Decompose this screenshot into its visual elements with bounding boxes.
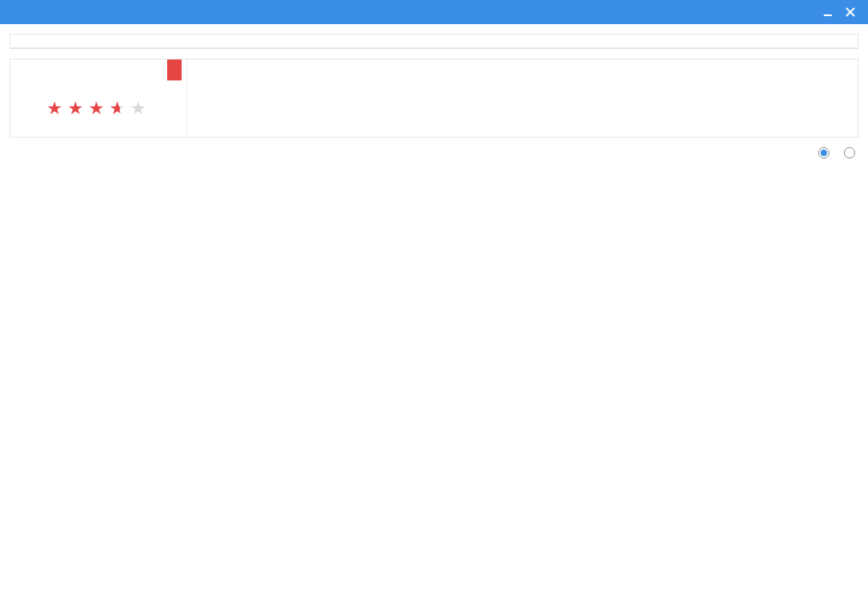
summary-panel: ★★★★★★ [10, 59, 858, 138]
info-grid [187, 60, 858, 124]
report-panel [10, 34, 858, 49]
star-icon: ★ [88, 98, 109, 118]
col-result [718, 35, 858, 48]
show-watermark-checkbox[interactable] [844, 147, 858, 158]
col-read [412, 35, 718, 48]
titlebar [0, 0, 868, 24]
report-date [10, 124, 187, 137]
star-icon: ★ [68, 98, 88, 118]
footer [10, 147, 858, 158]
radio-icon [818, 147, 829, 158]
badge [167, 60, 182, 80]
close-button[interactable] [839, 3, 862, 21]
info-grid-last [187, 124, 858, 137]
star-icon: ★ [47, 98, 68, 118]
minimize-button[interactable] [817, 3, 839, 21]
star-half-icon: ★★ [109, 98, 130, 119]
star-rating: ★★★★★★ [10, 98, 186, 119]
col-factory [107, 35, 412, 48]
score-box: ★★★★★★ [10, 60, 187, 124]
hide-serial-checkbox[interactable] [818, 147, 833, 158]
star-icon: ★ [130, 98, 151, 118]
col-item [10, 35, 107, 48]
radio-icon [844, 147, 855, 158]
report-table [10, 35, 858, 48]
